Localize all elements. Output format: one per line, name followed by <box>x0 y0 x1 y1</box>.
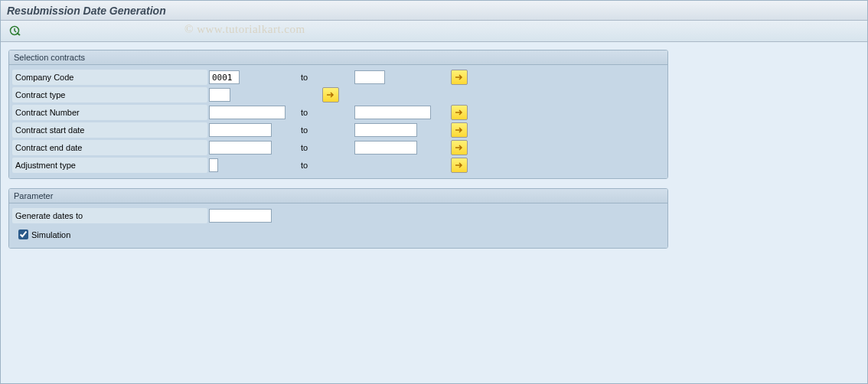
execute-button[interactable] <box>7 23 24 40</box>
adjustment-type-multiselect-button[interactable] <box>451 158 468 173</box>
row-contract-number: Contract Number to <box>12 104 664 121</box>
row-generate-dates-to: Generate dates to <box>12 207 664 224</box>
to-label: to <box>293 108 354 117</box>
row-company-code: Company Code to <box>12 69 664 86</box>
contract-end-to-input[interactable] <box>354 141 417 155</box>
label-contract-type: Contract type <box>12 87 207 103</box>
contract-number-to-input[interactable] <box>354 106 431 119</box>
contract-start-multiselect-button[interactable] <box>451 122 468 138</box>
toolbar: © www.tutorialkart.com <box>1 21 867 42</box>
label-contract-end: Contract end date <box>12 140 207 155</box>
label-contract-start: Contract start date <box>12 122 207 138</box>
row-contract-end-date: Contract end date to <box>12 139 664 156</box>
company-code-to-input[interactable] <box>354 70 385 84</box>
label-adjustment-type: Adjustment type <box>12 158 207 173</box>
contract-end-from-input[interactable] <box>209 141 272 155</box>
simulation-checkbox[interactable] <box>18 229 28 239</box>
to-label: to <box>293 73 354 82</box>
contract-start-to-input[interactable] <box>354 123 417 137</box>
row-adjustment-type: Adjustment type to <box>12 157 664 174</box>
adjustment-type-from-input[interactable] <box>209 158 218 172</box>
page-title: Resubmission Date Generation <box>7 5 166 17</box>
arrow-right-icon <box>455 161 464 169</box>
row-contract-start-date: Contract start date to <box>12 122 664 138</box>
contract-start-from-input[interactable] <box>209 123 272 137</box>
label-generate-dates-to: Generate dates to <box>12 208 207 223</box>
to-label: to <box>293 125 354 135</box>
app-window: Resubmission Date Generation © www.tutor… <box>0 0 868 384</box>
group-body-selection: Company Code to Contract type Contract N… <box>9 65 667 178</box>
group-body-parameter: Generate dates to Simulation <box>9 203 667 248</box>
arrow-right-icon <box>326 91 335 99</box>
group-selection-contracts: Selection contracts Company Code to Cont… <box>8 50 668 179</box>
to-label: to <box>293 161 354 170</box>
watermark-text: © www.tutorialkart.com <box>184 23 305 36</box>
to-label: to <box>293 143 354 152</box>
group-header-selection: Selection contracts <box>9 50 667 65</box>
company-code-from-input[interactable] <box>209 70 240 84</box>
label-company-code: Company Code <box>12 70 207 85</box>
company-code-multiselect-button[interactable] <box>451 70 468 85</box>
contract-type-multiselect-button[interactable] <box>322 87 339 103</box>
group-parameter: Parameter Generate dates to Simulation <box>8 188 668 249</box>
arrow-right-icon <box>455 109 464 116</box>
group-header-parameter: Parameter <box>9 189 667 203</box>
content-area: Selection contracts Company Code to Cont… <box>1 42 867 383</box>
arrow-right-icon <box>455 126 464 134</box>
arrow-right-icon <box>455 144 464 151</box>
contract-end-multiselect-button[interactable] <box>451 140 468 155</box>
row-simulation: Simulation <box>12 225 664 244</box>
row-contract-type: Contract type <box>12 86 664 103</box>
title-bar: Resubmission Date Generation <box>1 1 867 21</box>
contract-type-input[interactable] <box>209 88 230 102</box>
contract-number-multiselect-button[interactable] <box>451 105 468 120</box>
arrow-right-icon <box>455 73 464 81</box>
clock-execute-icon <box>9 25 21 37</box>
generate-dates-to-input[interactable] <box>209 209 272 223</box>
label-contract-number: Contract Number <box>12 105 207 120</box>
simulation-label: Simulation <box>31 230 70 239</box>
contract-number-from-input[interactable] <box>209 106 286 119</box>
